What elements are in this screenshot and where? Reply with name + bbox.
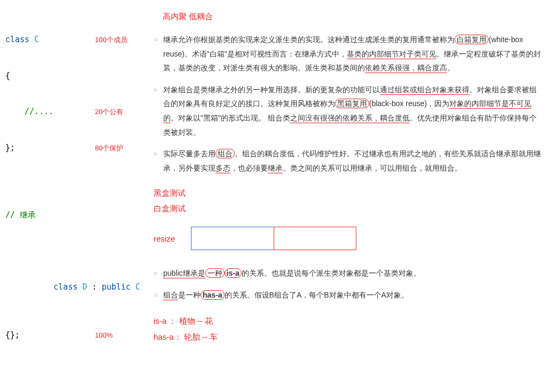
anno-members: 100个成员 — [95, 35, 127, 45]
whitebox-test: 白盒测试 — [154, 201, 542, 217]
left-code-column: class C 100个成员 { //.... 20个公有 }; 80个保护 /… — [5, 5, 139, 392]
example-isa: is-a ： 植物 -- 花 — [154, 313, 542, 329]
right-content: 高内聚 低耦合 继承允许你根据基类的实现来定义派生类的实现。这种通过生成派生类的… — [149, 5, 553, 392]
bullet-practice: 实际尽量多去用组合。组合的耦合度低，代码维护性好。不过继承也有用武之地的，有些关… — [154, 147, 542, 175]
examples-block: is-a ： 植物 -- 花 has-a： 轮胎 -- 车 — [154, 313, 542, 345]
bullet-list-2: public继承是一种is-a的关系。也就是说每个派生类对象都是一个基类对象。 … — [149, 266, 542, 302]
bullet-hasa: 组合是一种has-a的关系。假设B组合了A，每个B对象中都有一个A对象。 — [154, 288, 542, 302]
bullet-inherit: 继承允许你根据基类的实现来定义派生类的实现。这种通过生成派生类的复用通常被称为白… — [154, 33, 542, 75]
brace-close: }; — [5, 142, 91, 154]
bullet-isa: public继承是一种is-a的关系。也就是说每个派生类对象都是一个基类对象。 — [154, 266, 542, 281]
cls-c: C — [29, 35, 39, 44]
kw-class: class — [5, 35, 29, 44]
resize-label: resize — [154, 234, 175, 243]
example-hasa: has-a： 轮胎 -- 车 — [154, 329, 542, 345]
cohesion-heading: 高内聚 低耦合 — [163, 12, 542, 22]
code-block-d: class D : public C {}; 100% — [5, 245, 139, 365]
code-block-c: class C 100个成员 { //.... 20个公有 }; 80个保护 — [5, 10, 139, 178]
anno-protected: 80个保护 — [95, 143, 123, 154]
testing-block: 黑盒测试 白盒测试 — [154, 186, 542, 216]
blackbox-test: 黑盒测试 — [154, 186, 542, 201]
bullet-list-1: 继承允许你根据基类的实现来定义派生类的实现。这种通过生成派生类的复用通常被称为白… — [149, 33, 542, 175]
brace: { — [5, 70, 91, 82]
anno-public: 20个公有 — [95, 107, 123, 117]
resize-row: resize — [154, 227, 542, 250]
comment-inherit: // 继承 — [5, 209, 36, 221]
box-left — [191, 227, 274, 250]
box-right — [274, 227, 357, 250]
bullet-compose: 对象组合是类继承之外的另一种复用选择。新的更复杂的功能可以通过组装或组合对象来获… — [154, 83, 542, 139]
split-box — [191, 227, 356, 250]
anno-100: 100% — [95, 330, 113, 341]
comment-dots: //.... — [5, 107, 53, 116]
